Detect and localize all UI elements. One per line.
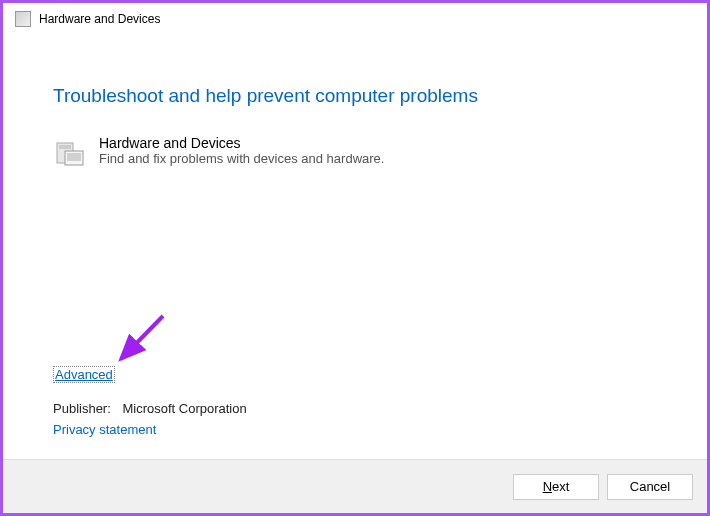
svg-line-5 xyxy=(121,316,163,359)
troubleshooter-title: Hardware and Devices xyxy=(99,135,384,151)
lower-links-section: Advanced Publisher: Microsoft Corporatio… xyxy=(53,365,247,438)
publisher-row: Publisher: Microsoft Corporation xyxy=(53,401,247,416)
advanced-link[interactable]: Advanced xyxy=(53,366,115,383)
hardware-devices-icon xyxy=(53,137,85,169)
button-bar: Next Cancel xyxy=(3,459,707,513)
svg-rect-1 xyxy=(59,145,71,149)
svg-rect-3 xyxy=(67,153,81,161)
privacy-statement-link[interactable]: Privacy statement xyxy=(53,422,156,437)
titlebar: Hardware and Devices xyxy=(3,3,707,35)
publisher-label: Publisher: xyxy=(53,401,111,416)
page-heading: Troubleshoot and help prevent computer p… xyxy=(53,85,657,107)
content-area: Troubleshoot and help prevent computer p… xyxy=(3,35,707,169)
troubleshooter-icon xyxy=(15,11,31,27)
troubleshooter-item: Hardware and Devices Find and fix proble… xyxy=(53,135,657,169)
cancel-button[interactable]: Cancel xyxy=(607,474,693,500)
window-title: Hardware and Devices xyxy=(39,12,160,26)
next-button[interactable]: Next xyxy=(513,474,599,500)
publisher-value: Microsoft Corporation xyxy=(122,401,246,416)
troubleshooter-description: Find and fix problems with devices and h… xyxy=(99,151,384,166)
annotation-arrow-icon xyxy=(113,311,173,371)
